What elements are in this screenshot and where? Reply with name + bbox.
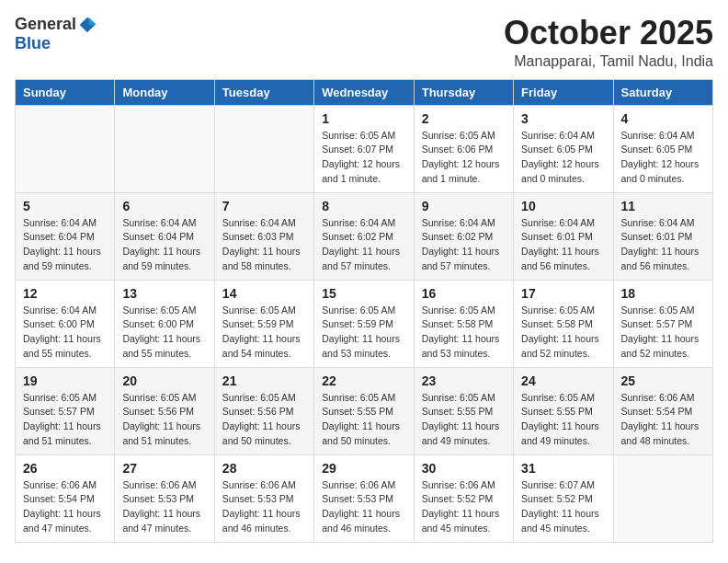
month-title: October 2025 [504,15,713,52]
logo-general-text: General [15,15,76,34]
day-info: Sunrise: 6:04 AMSunset: 6:05 PMDaylight:… [621,129,705,187]
day-info: Sunrise: 6:04 AMSunset: 6:04 PMDaylight:… [122,216,206,274]
day-info: Sunrise: 6:05 AMSunset: 5:59 PMDaylight:… [222,304,306,362]
day-info: Sunrise: 6:05 AMSunset: 5:55 PMDaylight:… [422,391,506,449]
calendar-day-5: 5Sunrise: 6:04 AMSunset: 6:04 PMDaylight… [16,192,115,280]
calendar-day-26: 26Sunrise: 6:06 AMSunset: 5:54 PMDayligh… [16,454,115,542]
day-number: 27 [122,461,206,476]
calendar-day-28: 28Sunrise: 6:06 AMSunset: 5:53 PMDayligh… [214,454,313,542]
day-info: Sunrise: 6:04 AMSunset: 6:02 PMDaylight:… [422,216,506,274]
day-number: 3 [521,111,605,126]
day-info: Sunrise: 6:06 AMSunset: 5:54 PMDaylight:… [23,478,107,536]
calendar-empty-cell [115,105,214,192]
day-info: Sunrise: 6:05 AMSunset: 6:07 PMDaylight:… [322,129,405,187]
weekday-header-sunday: Sunday [16,79,115,105]
calendar-day-30: 30Sunrise: 6:06 AMSunset: 5:52 PMDayligh… [414,454,513,542]
weekday-header-friday: Friday [514,79,613,105]
weekday-header-row: SundayMondayTuesdayWednesdayThursdayFrid… [16,79,713,105]
title-area: October 2025 Manapparai, Tamil Nadu, Ind… [504,15,713,70]
calendar-day-8: 8Sunrise: 6:04 AMSunset: 6:02 PMDaylight… [314,192,414,280]
day-info: Sunrise: 6:04 AMSunset: 6:00 PMDaylight:… [23,304,107,362]
day-number: 2 [422,111,506,126]
day-info: Sunrise: 6:05 AMSunset: 5:56 PMDaylight:… [122,391,206,449]
calendar-day-6: 6Sunrise: 6:04 AMSunset: 6:04 PMDaylight… [115,192,214,280]
day-number: 15 [322,286,405,301]
day-number: 6 [122,199,206,213]
logo: General Blue [15,15,97,53]
day-number: 13 [122,286,206,301]
day-number: 16 [422,286,506,301]
day-number: 21 [222,373,306,388]
calendar-day-14: 14Sunrise: 6:05 AMSunset: 5:59 PMDayligh… [214,280,313,367]
calendar-day-27: 27Sunrise: 6:06 AMSunset: 5:53 PMDayligh… [115,454,214,542]
day-info: Sunrise: 6:05 AMSunset: 5:57 PMDaylight:… [621,304,705,362]
day-info: Sunrise: 6:05 AMSunset: 5:55 PMDaylight:… [521,391,605,449]
weekday-header-saturday: Saturday [613,79,712,105]
day-number: 24 [521,373,605,388]
day-info: Sunrise: 6:07 AMSunset: 5:52 PMDaylight:… [521,478,605,536]
calendar-empty-cell [16,105,115,192]
day-info: Sunrise: 6:06 AMSunset: 5:54 PMDaylight:… [621,391,705,449]
calendar-day-20: 20Sunrise: 6:05 AMSunset: 5:56 PMDayligh… [115,367,214,454]
day-number: 5 [23,199,107,213]
calendar-week-row: 26Sunrise: 6:06 AMSunset: 5:54 PMDayligh… [16,454,713,542]
calendar-day-1: 1Sunrise: 6:05 AMSunset: 6:07 PMDaylight… [314,105,414,192]
calendar-day-4: 4Sunrise: 6:04 AMSunset: 6:05 PMDaylight… [613,105,712,192]
day-number: 10 [521,199,605,213]
day-number: 8 [322,199,405,213]
day-info: Sunrise: 6:06 AMSunset: 5:52 PMDaylight:… [422,478,506,536]
calendar-week-row: 5Sunrise: 6:04 AMSunset: 6:04 PMDaylight… [16,192,713,280]
calendar-day-18: 18Sunrise: 6:05 AMSunset: 5:57 PMDayligh… [613,280,712,367]
calendar-day-29: 29Sunrise: 6:06 AMSunset: 5:53 PMDayligh… [314,454,414,542]
weekday-header-thursday: Thursday [414,79,513,105]
day-number: 11 [621,199,705,213]
day-number: 29 [322,461,405,476]
day-number: 22 [322,373,405,388]
calendar-day-13: 13Sunrise: 6:05 AMSunset: 6:00 PMDayligh… [115,280,214,367]
day-info: Sunrise: 6:04 AMSunset: 6:01 PMDaylight:… [621,216,705,274]
calendar-day-16: 16Sunrise: 6:05 AMSunset: 5:58 PMDayligh… [414,280,513,367]
day-number: 30 [422,461,506,476]
svg-marker-1 [89,17,97,24]
calendar-day-3: 3Sunrise: 6:04 AMSunset: 6:05 PMDaylight… [514,105,613,192]
calendar-empty-cell [613,454,712,542]
day-number: 12 [23,286,107,301]
calendar-day-21: 21Sunrise: 6:05 AMSunset: 5:56 PMDayligh… [214,367,313,454]
calendar-week-row: 1Sunrise: 6:05 AMSunset: 6:07 PMDaylight… [16,105,713,192]
day-info: Sunrise: 6:05 AMSunset: 6:06 PMDaylight:… [422,129,506,187]
calendar-day-7: 7Sunrise: 6:04 AMSunset: 6:03 PMDaylight… [214,192,313,280]
header: General Blue October 2025 Manapparai, Ta… [15,15,713,70]
calendar-day-19: 19Sunrise: 6:05 AMSunset: 5:57 PMDayligh… [16,367,115,454]
location-title: Manapparai, Tamil Nadu, India [504,53,713,70]
day-number: 17 [521,286,605,301]
calendar-day-31: 31Sunrise: 6:07 AMSunset: 5:52 PMDayligh… [514,454,613,542]
day-info: Sunrise: 6:05 AMSunset: 5:58 PMDaylight:… [422,304,506,362]
day-info: Sunrise: 6:04 AMSunset: 6:02 PMDaylight:… [322,216,405,274]
calendar-day-24: 24Sunrise: 6:05 AMSunset: 5:55 PMDayligh… [514,367,613,454]
day-info: Sunrise: 6:05 AMSunset: 6:00 PMDaylight:… [122,304,206,362]
day-info: Sunrise: 6:05 AMSunset: 5:58 PMDaylight:… [521,304,605,362]
day-info: Sunrise: 6:05 AMSunset: 5:56 PMDaylight:… [222,391,306,449]
day-number: 7 [222,199,306,213]
calendar-day-17: 17Sunrise: 6:05 AMSunset: 5:58 PMDayligh… [514,280,613,367]
day-number: 28 [222,461,306,476]
day-info: Sunrise: 6:05 AMSunset: 5:57 PMDaylight:… [23,391,107,449]
day-info: Sunrise: 6:06 AMSunset: 5:53 PMDaylight:… [122,478,206,536]
calendar-day-15: 15Sunrise: 6:05 AMSunset: 5:59 PMDayligh… [314,280,414,367]
day-number: 4 [621,111,705,126]
day-number: 31 [521,461,605,476]
logo-icon [78,16,97,34]
day-number: 20 [122,373,206,388]
day-number: 19 [23,373,107,388]
day-info: Sunrise: 6:05 AMSunset: 5:59 PMDaylight:… [322,304,405,362]
calendar-day-2: 2Sunrise: 6:05 AMSunset: 6:06 PMDaylight… [414,105,513,192]
logo-blue-text: Blue [15,34,51,53]
day-info: Sunrise: 6:05 AMSunset: 5:55 PMDaylight:… [322,391,405,449]
calendar-day-25: 25Sunrise: 6:06 AMSunset: 5:54 PMDayligh… [613,367,712,454]
day-number: 9 [422,199,506,213]
calendar-day-11: 11Sunrise: 6:04 AMSunset: 6:01 PMDayligh… [613,192,712,280]
day-info: Sunrise: 6:04 AMSunset: 6:04 PMDaylight:… [23,216,107,274]
calendar-day-23: 23Sunrise: 6:05 AMSunset: 5:55 PMDayligh… [414,367,513,454]
day-info: Sunrise: 6:06 AMSunset: 5:53 PMDaylight:… [322,478,405,536]
day-info: Sunrise: 6:04 AMSunset: 6:01 PMDaylight:… [521,216,605,274]
